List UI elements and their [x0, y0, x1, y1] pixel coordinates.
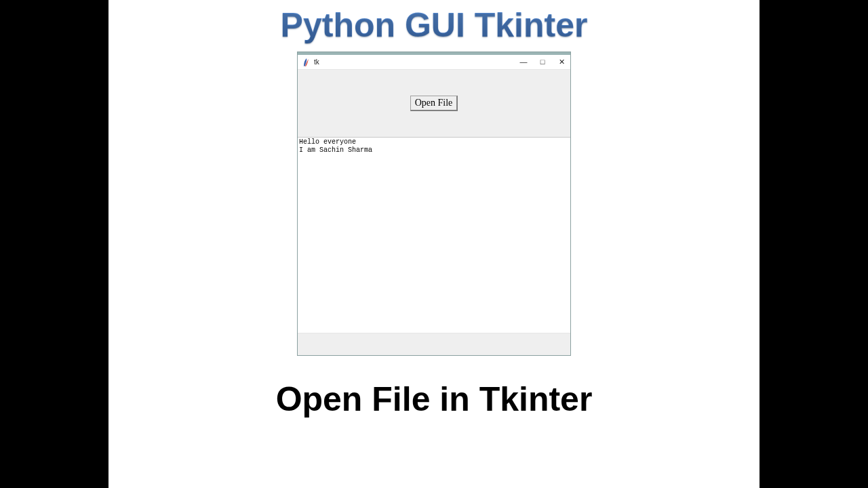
left-black-bar	[0, 0, 108, 488]
maximize-button[interactable]: □	[538, 58, 547, 66]
window-controls: — □ ✕	[519, 58, 566, 66]
page-title: Python GUI Tkinter	[281, 5, 588, 45]
bottom-panel	[298, 333, 570, 355]
page-subtitle: Open File in Tkinter	[276, 380, 593, 419]
minimize-button[interactable]: —	[519, 58, 528, 66]
window-title: tk	[314, 58, 319, 66]
open-file-button[interactable]: Open File	[410, 96, 458, 111]
tkinter-window: tk — □ ✕ Open File Hello everyone I am S…	[297, 52, 571, 356]
top-panel: Open File	[298, 70, 570, 138]
close-button[interactable]: ✕	[557, 58, 566, 66]
text-output-area[interactable]: Hello everyone I am Sachin Sharma	[298, 138, 570, 333]
tk-feather-icon	[302, 58, 310, 67]
content-area: Python GUI Tkinter tk — □ ✕ Open File He…	[108, 0, 760, 488]
right-black-bar	[760, 0, 868, 488]
window-titlebar[interactable]: tk — □ ✕	[298, 55, 570, 70]
